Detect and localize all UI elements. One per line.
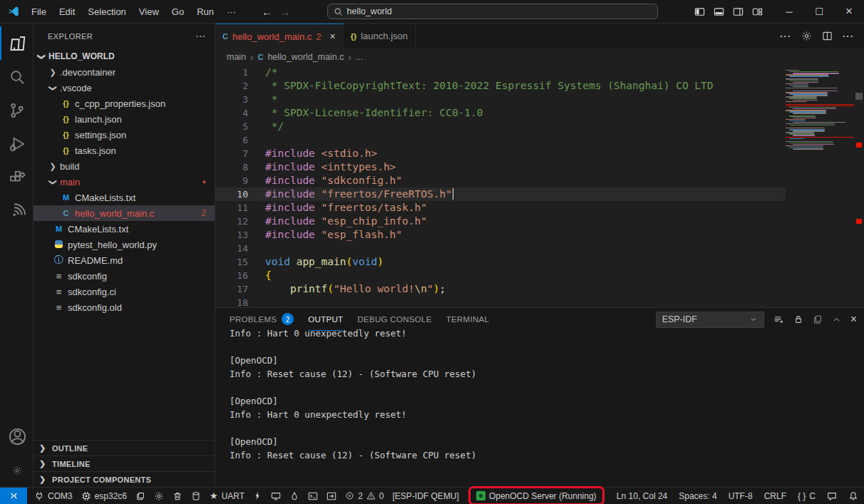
menu-[interactable]: ··· — [221, 4, 242, 19]
overview-ruler[interactable] — [854, 66, 864, 307]
tree-item-cmakelists-txt[interactable]: MCMakeLists.txt — [34, 221, 215, 237]
settings-button[interactable] — [801, 31, 812, 41]
code-line-6[interactable]: 6 — [215, 133, 786, 147]
breadcrumb-item[interactable]: main — [227, 52, 246, 62]
code-line-12[interactable]: 12#include "esp_chip_info.h" — [215, 215, 786, 228]
status-idf-terminal[interactable] — [304, 488, 322, 504]
status-indentation[interactable]: Spaces: 4 — [673, 488, 722, 504]
code-line-7[interactable]: 7#include <stdio.h> — [215, 147, 786, 160]
tree-item-build[interactable]: ❯build — [34, 158, 215, 174]
status-monitor[interactable] — [267, 488, 285, 504]
close-tab-icon[interactable]: × — [329, 31, 335, 42]
tree-item-c-cpp-properties-json[interactable]: {}c_cpp_properties.json — [34, 96, 215, 111]
nav-forward-icon[interactable]: → — [279, 6, 290, 18]
breadcrumb-item[interactable]: hello_world_main.c — [267, 52, 344, 62]
tree-item-launch-json[interactable]: {}launch.json — [34, 111, 215, 127]
tree-root-folder[interactable]: ❯HELLO_WORLD — [34, 48, 215, 64]
tree-item-sdkconfig-ci[interactable]: ≡sdkconfig.ci — [34, 284, 215, 299]
code-line-9[interactable]: 9#include "sdkconfig.h" — [215, 174, 786, 187]
minimap[interactable] — [786, 66, 854, 307]
activitybar-search[interactable] — [0, 60, 34, 93]
activitybar-run-and-debug[interactable] — [0, 127, 34, 160]
menu-go[interactable]: Go — [166, 4, 190, 19]
code-line-15[interactable]: 15void app_main(void) — [215, 255, 786, 269]
code-line-11[interactable]: 11#include "freertos/task.h" — [215, 201, 786, 215]
status-problems[interactable]: 20 — [341, 488, 388, 504]
tree-item-main[interactable]: ❯main● — [34, 174, 215, 190]
code-editor[interactable]: 1/*2 * SPDX-FileCopyrightText: 2010-2022… — [215, 66, 864, 307]
status-feedback[interactable] — [821, 488, 843, 504]
minimize-icon[interactable]: ─ — [774, 0, 804, 24]
toggle-sidebar-icon[interactable] — [694, 6, 705, 17]
section-timeline[interactable]: ❯TIMELINE — [34, 456, 215, 471]
status-device-target[interactable]: esp32c6 — [77, 488, 131, 504]
tab-launch-json[interactable]: {}launch.json — [344, 24, 416, 48]
tab-hello-world-main-c[interactable]: Chello_world_main.c2× — [215, 24, 344, 48]
activitybar-espressif-idf[interactable] — [0, 194, 34, 227]
section-outline[interactable]: ❯OUTLINE — [34, 440, 215, 456]
tree-item-sdkconfig[interactable]: ≡sdkconfig — [34, 268, 215, 284]
status-remote-indicator[interactable] — [0, 488, 27, 504]
activitybar-explorer[interactable] — [0, 26, 34, 60]
tree-item-cmakelists-txt[interactable]: MCMakeLists.txt — [34, 190, 215, 205]
code-line-13[interactable]: 13#include "esp_flash.h" — [215, 228, 786, 242]
close-panel-icon[interactable]: × — [850, 313, 857, 326]
status-menuconfig[interactable] — [150, 488, 168, 504]
customize-layout-icon[interactable] — [752, 6, 763, 17]
status-custom-task[interactable] — [322, 488, 341, 504]
more-actions-button[interactable]: ··· — [843, 31, 854, 41]
status-flash[interactable] — [249, 488, 267, 504]
code-line-17[interactable]: 17 printf("Hello world!\n"); — [215, 282, 786, 296]
nav-back-icon[interactable]: ← — [262, 6, 272, 18]
code-line-3[interactable]: 3 * — [215, 93, 786, 106]
explorer-more-actions-icon[interactable]: ··· — [196, 32, 206, 41]
code-line-1[interactable]: 1/* — [215, 66, 786, 79]
activitybar-extensions[interactable] — [0, 160, 34, 194]
status-build-flash-monitor[interactable] — [285, 488, 304, 504]
menu-file[interactable]: File — [26, 4, 52, 19]
run-or-debug-button[interactable]: ··· — [780, 31, 791, 41]
code-line-10[interactable]: 10#include "freertos/FreeRTOS.h" — [215, 187, 786, 201]
code-line-5[interactable]: 5 */ — [215, 120, 786, 133]
status-openocd-server[interactable]: OpenOCD Server (Running) — [470, 488, 602, 503]
activitybar-source-control[interactable] — [0, 93, 34, 127]
status-serial-port[interactable]: COM3 — [30, 488, 77, 504]
status-encoding[interactable]: UTF-8 — [723, 488, 758, 504]
menu-selection[interactable]: Selection — [82, 4, 131, 19]
status-full-clean[interactable] — [168, 488, 187, 504]
status-eol-sequence[interactable]: CRLF — [758, 488, 792, 504]
lock-scroll-icon[interactable] — [793, 314, 803, 324]
code-line-8[interactable]: 8#include <inttypes.h> — [215, 160, 786, 174]
maximize-panel-icon[interactable] — [832, 315, 841, 324]
menu-edit[interactable]: Edit — [53, 4, 81, 19]
code-line-18[interactable]: 18 — [215, 296, 786, 307]
section-project-components[interactable]: ❯PROJECT COMPONENTS — [34, 471, 215, 487]
tree-item-settings-json[interactable]: {}settings.json — [34, 127, 215, 143]
tree-item--vscode[interactable]: ❯.vscode — [34, 80, 215, 96]
toggle-panel-icon[interactable] — [714, 6, 724, 17]
status-workspace-folder[interactable] — [131, 488, 150, 504]
activitybar-settings[interactable] — [0, 453, 34, 487]
tree-item-readme-md[interactable]: ⓘREADME.md — [34, 252, 215, 268]
status-language-mode[interactable]: { }C — [792, 488, 821, 504]
breadcrumb-item[interactable]: ... — [356, 52, 363, 62]
output-log[interactable]: Info : Hart 0 unexpectedly reset! [OpenO… — [215, 326, 864, 487]
close-icon[interactable]: × — [834, 0, 864, 24]
tree-item-tasks-json[interactable]: {}tasks.json — [34, 143, 215, 158]
tree-item-hello-world-main-c[interactable]: Chello_world_main.c2 — [34, 205, 215, 221]
status-notifications[interactable] — [843, 488, 864, 504]
status-cursor-position[interactable]: Ln 10, Col 24 — [611, 488, 673, 504]
scrollbar-slider[interactable] — [855, 93, 863, 100]
toggle-secondary-sidebar-icon[interactable] — [733, 6, 744, 17]
code-line-2[interactable]: 2 * SPDX-FileCopyrightText: 2010-2022 Es… — [215, 79, 786, 93]
maximize-icon[interactable]: ☐ — [804, 0, 834, 24]
open-output-in-editor-icon[interactable] — [813, 314, 823, 324]
menu-view[interactable]: View — [133, 4, 165, 19]
status-flash-method[interactable]: ★UART — [205, 488, 249, 504]
code-line-16[interactable]: 16{ — [215, 269, 786, 282]
split-editor-button[interactable] — [822, 31, 833, 41]
tree-item--devcontainer[interactable]: ❯.devcontainer — [34, 64, 215, 80]
command-center-search[interactable]: hello_world — [327, 4, 658, 19]
activitybar-accounts[interactable] — [0, 420, 34, 453]
output-channel-select[interactable]: ESP-IDF — [656, 312, 764, 328]
